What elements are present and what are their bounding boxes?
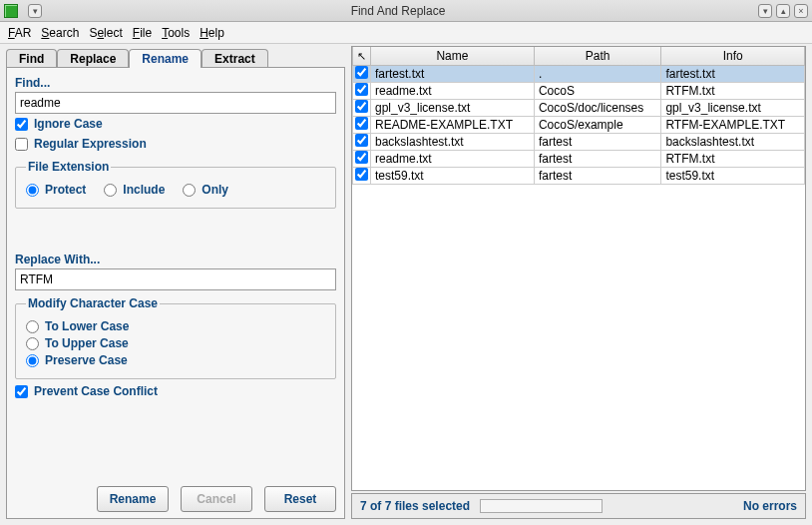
row-checkbox-cell[interactable] <box>353 117 371 134</box>
cell-path: CocoS/doc/licenses <box>534 100 661 117</box>
regex-checkbox[interactable]: Regular Expression <box>15 137 336 151</box>
tab-rename[interactable]: Rename <box>129 49 202 68</box>
titlebar: ▾ Find And Replace ▾ ▴ × <box>0 0 812 22</box>
app-icon <box>4 4 18 18</box>
ignore-case-checkbox[interactable]: Ignore Case <box>15 117 336 131</box>
button-row: Rename Cancel Reset <box>15 486 336 512</box>
file-ext-radio-include[interactable]: Include <box>104 183 165 197</box>
close-button[interactable]: × <box>794 4 808 18</box>
row-checkbox-cell[interactable] <box>353 66 371 83</box>
cell-name: gpl_v3_license.txt <box>371 100 535 117</box>
left-pane: FindReplaceRenameExtract Find... Ignore … <box>6 46 345 519</box>
cell-path: fartest <box>534 168 661 185</box>
row-checkbox-cell[interactable] <box>353 151 371 168</box>
cell-path: CocoS <box>534 83 661 100</box>
table-corner-icon[interactable]: ↖ <box>353 47 371 66</box>
table-row[interactable]: test59.txtfartesttest59.txt <box>353 168 805 185</box>
maximize-button[interactable]: ▴ <box>776 4 790 18</box>
tab-find[interactable]: Find <box>6 49 57 68</box>
table-row[interactable]: fartest.txt.fartest.txt <box>353 66 805 83</box>
prevent-case-conflict-checkbox[interactable]: Prevent Case Conflict <box>15 384 336 398</box>
char-case-radio-to-lower-case[interactable]: To Lower Case <box>26 319 325 333</box>
menu-tools[interactable]: Tools <box>162 26 190 40</box>
tabs: FindReplaceRenameExtract <box>6 46 345 68</box>
menu-help[interactable]: Help <box>200 26 224 40</box>
char-case-radio-preserve-case[interactable]: Preserve Case <box>26 353 325 367</box>
file-ext-radio-only[interactable]: Only <box>183 183 228 197</box>
menu-far[interactable]: FAR <box>8 26 31 40</box>
cell-info: gpl_v3_license.txt <box>661 100 805 117</box>
menu-search[interactable]: Search <box>41 26 79 40</box>
cell-info: RTFM.txt <box>661 83 805 100</box>
menu-dropdown-icon[interactable]: ▾ <box>28 4 42 18</box>
cell-name: fartest.txt <box>371 66 535 83</box>
cell-name: readme.txt <box>371 83 535 100</box>
find-input[interactable] <box>15 92 336 114</box>
cell-info: test59.txt <box>661 168 805 185</box>
minimize-button[interactable]: ▾ <box>758 4 772 18</box>
cell-path: . <box>534 66 661 83</box>
table-row[interactable]: README-EXAMPLE.TXTCocoS/exampleRTFM-EXAM… <box>353 117 805 134</box>
cell-name: backslashtest.txt <box>371 134 535 151</box>
regex-label: Regular Expression <box>34 137 147 151</box>
column-header-info[interactable]: Info <box>661 47 805 66</box>
row-checkbox-cell[interactable] <box>353 168 371 185</box>
replace-with-input[interactable] <box>15 268 336 290</box>
cell-info: backslashtest.txt <box>661 134 805 151</box>
cell-name: readme.txt <box>371 151 535 168</box>
char-case-radio-to-upper-case[interactable]: To Upper Case <box>26 336 325 350</box>
replace-with-label: Replace With... <box>15 253 336 266</box>
modify-case-group: Modify Character Case To Lower CaseTo Up… <box>15 296 336 379</box>
window-title: Find And Replace <box>42 4 754 18</box>
file-table: ↖ Name Path Info fartest.txt.fartest.txt… <box>352 47 805 185</box>
cell-info: RTFM-EXAMPLE.TXT <box>661 117 805 134</box>
table-row[interactable]: readme.txtCocoSRTFM.txt <box>353 83 805 100</box>
menubar: FARSearchSelectFileToolsHelp <box>0 22 812 44</box>
cell-path: fartest <box>534 134 661 151</box>
file-table-wrap: ↖ Name Path Info fartest.txt.fartest.txt… <box>351 46 806 491</box>
right-pane: ↖ Name Path Info fartest.txt.fartest.txt… <box>351 46 806 519</box>
table-row[interactable]: readme.txtfartestRTFM.txt <box>353 151 805 168</box>
row-checkbox-cell[interactable] <box>353 100 371 117</box>
menu-file[interactable]: File <box>133 26 152 40</box>
cell-path: CocoS/example <box>534 117 661 134</box>
row-checkbox-cell[interactable] <box>353 134 371 151</box>
file-ext-radio-protect[interactable]: Protect <box>26 183 86 197</box>
progress-bar <box>480 499 603 513</box>
cancel-button[interactable]: Cancel <box>181 486 252 512</box>
reset-button[interactable]: Reset <box>264 486 336 512</box>
tab-replace[interactable]: Replace <box>57 49 129 68</box>
prevent-case-conflict-label: Prevent Case Conflict <box>34 384 158 398</box>
column-header-name[interactable]: Name <box>371 47 535 66</box>
tab-body-rename: Find... Ignore Case Regular Expression F… <box>6 67 345 519</box>
cell-name: README-EXAMPLE.TXT <box>371 117 535 134</box>
cell-name: test59.txt <box>371 168 535 185</box>
menu-select[interactable]: Select <box>89 26 122 40</box>
file-extension-legend: File Extension <box>26 160 111 174</box>
table-row[interactable]: gpl_v3_license.txtCocoS/doc/licensesgpl_… <box>353 100 805 117</box>
ignore-case-label: Ignore Case <box>34 117 103 131</box>
modify-case-legend: Modify Character Case <box>26 296 160 310</box>
file-extension-group: File Extension ProtectIncludeOnly <box>15 160 336 209</box>
table-row[interactable]: backslashtest.txtfartestbackslashtest.tx… <box>353 134 805 151</box>
cell-info: RTFM.txt <box>661 151 805 168</box>
cell-info: fartest.txt <box>661 66 805 83</box>
status-errors: No errors <box>743 499 797 513</box>
find-label: Find... <box>15 76 336 90</box>
rename-button[interactable]: Rename <box>97 486 169 512</box>
column-header-path[interactable]: Path <box>534 47 661 66</box>
row-checkbox-cell[interactable] <box>353 83 371 100</box>
status-selection: 7 of 7 files selected <box>360 499 470 513</box>
cell-path: fartest <box>534 151 661 168</box>
tab-extract[interactable]: Extract <box>202 49 268 68</box>
status-bar: 7 of 7 files selected No errors <box>351 493 806 519</box>
